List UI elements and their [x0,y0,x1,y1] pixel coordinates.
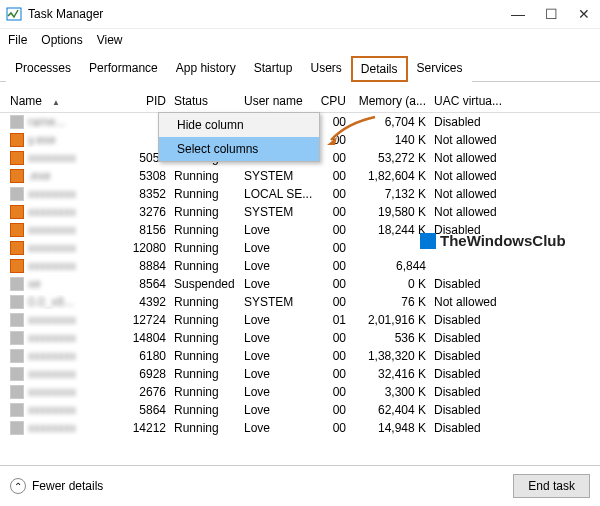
cell-pid: 8156 [120,223,170,237]
header-uac[interactable]: UAC virtua... [430,94,520,108]
process-icon [10,241,24,255]
table-row[interactable]: xxxxxxxx3276RunningSYSTEM0019,580 KNot a… [0,203,600,221]
cell-user: LOCAL SE... [240,187,315,201]
maximize-button[interactable]: ☐ [545,6,558,22]
cell-status: Running [170,403,240,417]
tab-startup[interactable]: Startup [245,56,302,82]
table-row[interactable]: xxxxxxxx8352RunningLOCAL SE...007,132 KN… [0,185,600,203]
fewer-details-button[interactable]: ⌃ Fewer details [10,478,103,494]
tab-app-history[interactable]: App history [167,56,245,82]
cell-user: Love [240,259,315,273]
process-icon [10,115,24,129]
header-memory[interactable]: Memory (a... [350,94,430,108]
header-name[interactable]: Name▲ [0,94,120,108]
table-row[interactable]: xxxxxxxx14212RunningLove0014,948 KDisabl… [0,419,600,437]
process-icon [10,367,24,381]
end-task-button[interactable]: End task [513,474,590,498]
cell-pid: 12080 [120,241,170,255]
table-row[interactable]: xxxxxxxx8884RunningLove006,844 [0,257,600,275]
cell-uac: Not allowed [430,151,520,165]
cell-user: Love [240,331,315,345]
context-select-columns[interactable]: Select columns [159,137,319,161]
cell-uac: Disabled [430,277,520,291]
tab-performance[interactable]: Performance [80,56,167,82]
cell-pid: 8884 [120,259,170,273]
process-icon [10,403,24,417]
table-row[interactable]: xe8564SuspendedLove000 KDisabled [0,275,600,293]
chevron-up-icon: ⌃ [10,478,26,494]
table-row[interactable]: xxxxxxxx12724RunningLove012,01,916 KDisa… [0,311,600,329]
context-menu: Hide column Select columns [158,112,320,162]
process-icon [10,331,24,345]
cell-memory: 140 K [350,133,430,147]
menu-view[interactable]: View [97,33,123,47]
table-row[interactable]: xxxxxxxx6928RunningLove0032,416 KDisable… [0,365,600,383]
cell-memory: 0 K [350,277,430,291]
header-user[interactable]: User name [240,94,315,108]
process-icon [10,223,24,237]
process-name: xxxxxxxx [28,187,76,201]
cell-status: Running [170,385,240,399]
table-row[interactable]: 0.0_x8...4392RunningSYSTEM0076 KNot allo… [0,293,600,311]
cell-user: Love [240,403,315,417]
cell-cpu: 00 [315,241,350,255]
cell-pid: 8564 [120,277,170,291]
cell-user: SYSTEM [240,295,315,309]
cell-memory: 53,272 K [350,151,430,165]
close-button[interactable]: ✕ [578,6,590,22]
process-name: xxxxxxxx [28,259,76,273]
process-icon [10,205,24,219]
header-cpu[interactable]: CPU [315,94,350,108]
cell-memory: 76 K [350,295,430,309]
cell-pid: 5864 [120,403,170,417]
table-row[interactable]: xxxxxxxx2676RunningLove003,300 KDisabled [0,383,600,401]
process-name: xxxxxxxx [28,241,76,255]
cell-status: Running [170,169,240,183]
menu-options[interactable]: Options [41,33,82,47]
cell-pid: 14804 [120,331,170,345]
cell-uac: Disabled [430,349,520,363]
cell-pid: 8352 [120,187,170,201]
tab-processes[interactable]: Processes [6,56,80,82]
table-row[interactable]: xxxxxxxx6180RunningLove001,38,320 KDisab… [0,347,600,365]
process-name: xxxxxxxx [28,151,76,165]
cell-cpu: 00 [315,259,350,273]
tab-services[interactable]: Services [408,56,472,82]
cell-pid: 4392 [120,295,170,309]
table-row[interactable]: .exe5308RunningSYSTEM001,82,604 KNot all… [0,167,600,185]
process-name: .exe [28,169,51,183]
table-row[interactable]: xxxxxxxx14804RunningLove00536 KDisabled [0,329,600,347]
process-icon [10,277,24,291]
context-hide-column[interactable]: Hide column [159,113,319,137]
process-name: xxxxxxxx [28,331,76,345]
cell-pid: 12724 [120,313,170,327]
cell-memory: 2,01,916 K [350,313,430,327]
watermark-icon [420,233,436,249]
process-name: rame... [28,115,65,129]
cell-status: Running [170,223,240,237]
process-name: xxxxxxxx [28,421,76,435]
cell-memory: 14,948 K [350,421,430,435]
cell-pid: 6180 [120,349,170,363]
cell-pid: 5308 [120,169,170,183]
minimize-button[interactable]: — [511,6,525,22]
cell-memory: 19,580 K [350,205,430,219]
sort-arrow-icon: ▲ [52,98,60,107]
cell-user: Love [240,241,315,255]
cell-status: Running [170,421,240,435]
cell-pid: 2676 [120,385,170,399]
table-row[interactable]: xxxxxxxx5864RunningLove0062,404 KDisable… [0,401,600,419]
header-pid[interactable]: PID [120,94,170,108]
cell-memory: 6,844 [350,259,430,273]
cell-memory: 62,404 K [350,403,430,417]
process-icon [10,385,24,399]
tab-details[interactable]: Details [351,56,408,82]
cell-uac: Not allowed [430,133,520,147]
cell-status: Running [170,259,240,273]
cell-user: Love [240,367,315,381]
menu-file[interactable]: File [8,33,27,47]
tab-users[interactable]: Users [301,56,350,82]
cell-user: SYSTEM [240,169,315,183]
cell-status: Running [170,367,240,381]
header-status[interactable]: Status [170,94,240,108]
